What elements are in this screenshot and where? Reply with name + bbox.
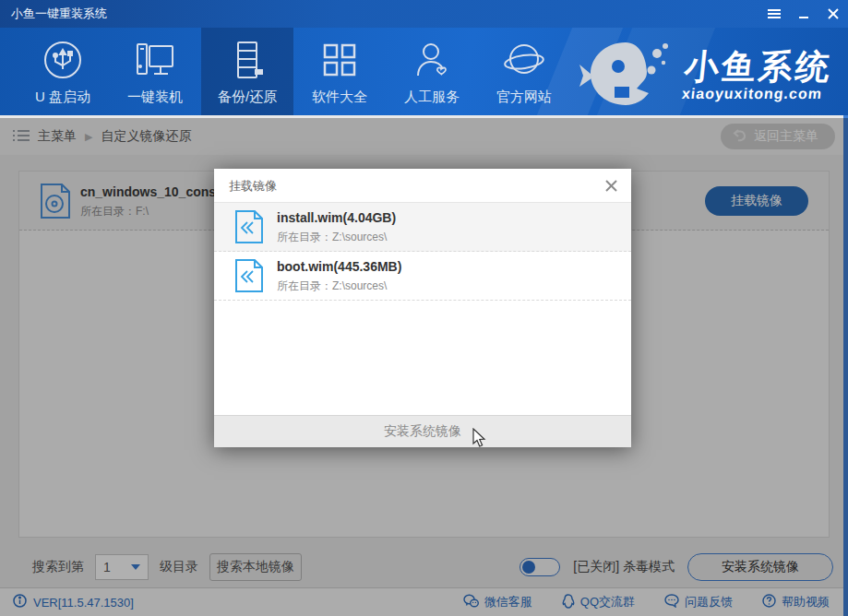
wim-file-name: boot.wim(445.36MB) (277, 259, 401, 274)
apps-grid-icon (318, 39, 361, 81)
person-icon (411, 39, 453, 81)
window-title: 小鱼一键重装系统 (11, 6, 107, 22)
wim-file-icon (234, 209, 264, 248)
window-controls (767, 0, 841, 28)
nav-item-label: 官方网站 (496, 89, 552, 106)
menu-icon[interactable] (767, 6, 782, 21)
nav-item-label: 一键装机 (127, 89, 183, 106)
dialog-header: 挂载镜像 (214, 169, 631, 203)
main-nav: U 盘启动 一键装机 备份/还原 (0, 28, 848, 115)
nav-item-label: 人工服务 (404, 89, 460, 106)
dialog-close-icon[interactable] (602, 176, 620, 195)
dialog-title: 挂载镜像 (229, 169, 277, 203)
nav-item-label: 软件大全 (312, 89, 367, 106)
wim-file-row-boot[interactable]: boot.wim(445.36MB) 所在目录：Z:\sources\ (214, 252, 631, 301)
usb-icon (42, 39, 84, 81)
nav-item-website[interactable]: 官方网站 (478, 28, 570, 115)
server-icon (226, 39, 269, 81)
globe-icon (503, 39, 545, 81)
wim-file-directory: 所在目录：Z:\sources\ (277, 278, 387, 294)
minimize-icon[interactable] (796, 6, 811, 21)
mount-image-dialog: 挂载镜像 install.wim(4.04GB) 所在目录：Z:\sources… (214, 169, 631, 447)
wim-file-row-install[interactable]: install.wim(4.04GB) 所在目录：Z:\sources\ (214, 203, 631, 252)
nav-item-label: 备份/还原 (218, 89, 277, 106)
install-system-image-dialog-button[interactable]: 安装系统镜像 (214, 415, 631, 447)
close-icon[interactable] (826, 6, 841, 21)
fish-logo-icon (578, 35, 675, 115)
wim-file-icon (234, 258, 264, 297)
wim-file-directory: 所在目录：Z:\sources\ (277, 230, 387, 245)
logo-domain: xiaoyuxitong.com (681, 86, 830, 102)
brand-logo: 小鱼系统 xiaoyuxitong.com (578, 35, 831, 115)
nav-item-backup-restore[interactable]: 备份/还原 (201, 28, 293, 115)
nav-item-label: U 盘启动 (35, 89, 90, 106)
computer-icon (134, 39, 176, 81)
wim-file-name: install.wim(4.04GB) (277, 210, 396, 225)
nav-item-one-key-install[interactable]: 一键装机 (109, 28, 201, 115)
logo-title: 小鱼系统 (683, 50, 834, 86)
nav-item-support[interactable]: 人工服务 (386, 28, 478, 115)
title-bar: 小鱼一键重装系统 (0, 0, 848, 28)
nav-item-software[interactable]: 软件大全 (293, 28, 386, 115)
nav-item-usb-boot[interactable]: U 盘启动 (17, 28, 109, 115)
